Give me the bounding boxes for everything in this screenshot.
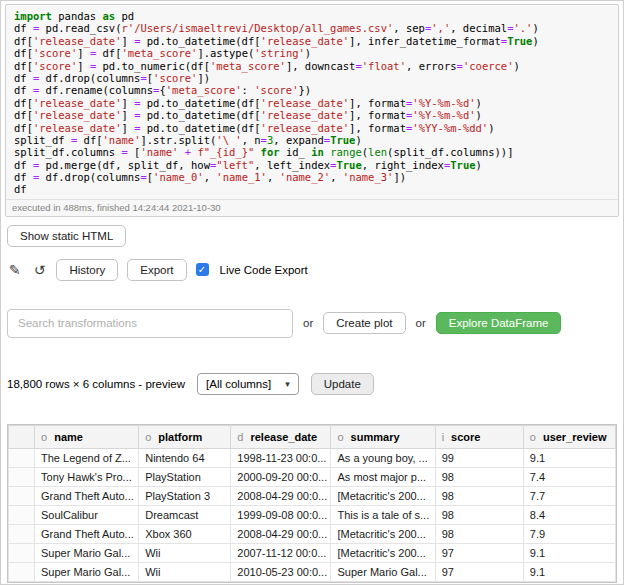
- columns-dropdown-value: [All columns]: [206, 378, 271, 390]
- transform-bar: or Create plot or Explore DataFrame: [7, 309, 617, 338]
- row-index-cell: [9, 543, 35, 562]
- table-cell: The Legend of Z...: [35, 448, 139, 467]
- toolbar: ✎ ↺ History Export ✓ Live Code Export: [7, 258, 617, 282]
- table-cell: 1999-09-08 00:0...: [231, 505, 331, 524]
- check-icon: ✓: [198, 265, 206, 275]
- explore-dataframe-button[interactable]: Explore DataFrame: [436, 312, 562, 334]
- row-index-cell: [9, 505, 35, 524]
- edit-button[interactable]: ✎: [7, 263, 23, 277]
- chevron-down-icon: ▾: [285, 379, 290, 389]
- row-index-cell: [9, 486, 35, 505]
- column-header-user_review[interactable]: ouser_review: [523, 425, 615, 448]
- table-cell: 2000-09-20 00:0...: [231, 467, 331, 486]
- table-cell: Super Mario Gal...: [35, 543, 139, 562]
- table-cell: As most major p...: [331, 467, 435, 486]
- live-code-export-checkbox[interactable]: ✓: [196, 263, 209, 276]
- table-row[interactable]: SoulCaliburDreamcast1999-09-08 00:0...Th…: [9, 505, 616, 524]
- table-cell: 2010-05-23 00:0...: [231, 562, 331, 581]
- row-index-cell: [9, 448, 35, 467]
- live-code-export-label: Live Code Export: [220, 264, 308, 276]
- table-cell: SoulCalibur: [35, 505, 139, 524]
- table-row[interactable]: Tony Hawk's Pro...PlayStation2000-09-20 …: [9, 467, 616, 486]
- table-row[interactable]: The Legend of Z...Nintendo 641998-11-23 …: [9, 448, 616, 467]
- table-cell: 99: [435, 448, 523, 467]
- table-row[interactable]: Super Mario Gal...Wii2010-05-23 00:0...S…: [9, 562, 616, 581]
- code-lines[interactable]: import pandas as pddf = pd.read_csv(r'/U…: [6, 5, 618, 199]
- columns-dropdown[interactable]: [All columns] ▾: [197, 373, 299, 395]
- table-row[interactable]: Grand Theft Auto...PlayStation 32008-04-…: [9, 486, 616, 505]
- table-row[interactable]: Super Mario Gal...Wii2007-11-12 00:0...[…: [9, 543, 616, 562]
- table-cell: 97: [435, 543, 523, 562]
- table-cell: Tony Hawk's Pro...: [35, 467, 139, 486]
- dataframe-preview: onameoplatformdrelease_dateosummaryiscor…: [7, 424, 617, 583]
- table-cell: 2008-04-29 00:0...: [231, 486, 331, 505]
- or-text: or: [416, 317, 426, 329]
- table-cell: 98: [435, 467, 523, 486]
- code-cell: import pandas as pddf = pd.read_csv(r'/U…: [5, 4, 619, 217]
- table-cell: 2008-04-29 00:0...: [231, 524, 331, 543]
- table-cell: 98: [435, 524, 523, 543]
- table-header-row: onameoplatformdrelease_dateosummaryiscor…: [9, 425, 616, 448]
- table-cell: 1998-11-23 00:0...: [231, 448, 331, 467]
- table-body: The Legend of Z...Nintendo 641998-11-23 …: [9, 448, 616, 581]
- table-cell: 7.4: [523, 467, 615, 486]
- table-cell: 9.1: [523, 543, 615, 562]
- table-cell: Grand Theft Auto...: [35, 524, 139, 543]
- column-header-platform[interactable]: oplatform: [139, 425, 231, 448]
- search-transformations-input[interactable]: [7, 309, 293, 338]
- update-button[interactable]: Update: [311, 373, 374, 395]
- table-cell: 2007-11-12 00:0...: [231, 543, 331, 562]
- column-header-summary[interactable]: osummary: [331, 425, 435, 448]
- table-cell: PlayStation 3: [139, 486, 231, 505]
- table-cell: [Metacritic's 200...: [331, 524, 435, 543]
- table-cell: PlayStation: [139, 467, 231, 486]
- column-header-release_date[interactable]: drelease_date: [231, 425, 331, 448]
- table-cell: 9.1: [523, 448, 615, 467]
- row-index-cell: [9, 467, 35, 486]
- table-cell: Nintendo 64: [139, 448, 231, 467]
- preview-bar: 18,800 rows × 6 columns - preview [All c…: [7, 373, 617, 395]
- table-cell: As a young boy, ...: [331, 448, 435, 467]
- undo-icon: ↺: [34, 262, 46, 278]
- row-index-cell: [9, 562, 35, 581]
- undo-button[interactable]: ↺: [32, 263, 48, 277]
- table-cell: 7.7: [523, 486, 615, 505]
- table-row[interactable]: Grand Theft Auto...Xbox 3602008-04-29 00…: [9, 524, 616, 543]
- table-cell: Dreamcast: [139, 505, 231, 524]
- index-column-header: [9, 425, 35, 448]
- table-cell: Wii: [139, 562, 231, 581]
- table-cell: [Metacritic's 200...: [331, 543, 435, 562]
- table-cell: 98: [435, 505, 523, 524]
- table-cell: [Metacritic's 200...: [331, 486, 435, 505]
- preview-summary: 18,800 rows × 6 columns - preview: [7, 378, 185, 390]
- table-cell: Super Mario Gal...: [35, 562, 139, 581]
- table-cell: Xbox 360: [139, 524, 231, 543]
- row-index-cell: [9, 524, 35, 543]
- history-button[interactable]: History: [56, 259, 118, 281]
- column-header-score[interactable]: iscore: [435, 425, 523, 448]
- table-cell: 9.1: [523, 562, 615, 581]
- table-cell: Wii: [139, 543, 231, 562]
- table-cell: Grand Theft Auto...: [35, 486, 139, 505]
- export-button[interactable]: Export: [127, 259, 186, 281]
- pencil-icon: ✎: [9, 262, 21, 278]
- table-cell: 8.4: [523, 505, 615, 524]
- execution-status: executed in 488ms, finished 14:24:44 202…: [6, 199, 618, 216]
- table-cell: 98: [435, 486, 523, 505]
- table-cell: 7.9: [523, 524, 615, 543]
- data-table: onameoplatformdrelease_dateosummaryiscor…: [8, 425, 616, 582]
- or-text: or: [303, 317, 313, 329]
- column-header-name[interactable]: oname: [35, 425, 139, 448]
- bamboolib-notebook-page: import pandas as pddf = pd.read_csv(r'/U…: [0, 0, 624, 585]
- create-plot-button[interactable]: Create plot: [323, 312, 405, 334]
- table-cell: This is a tale of s...: [331, 505, 435, 524]
- show-static-html-button[interactable]: Show static HTML: [7, 225, 126, 247]
- table-cell: 97: [435, 562, 523, 581]
- table-cell: Super Mario Gal...: [331, 562, 435, 581]
